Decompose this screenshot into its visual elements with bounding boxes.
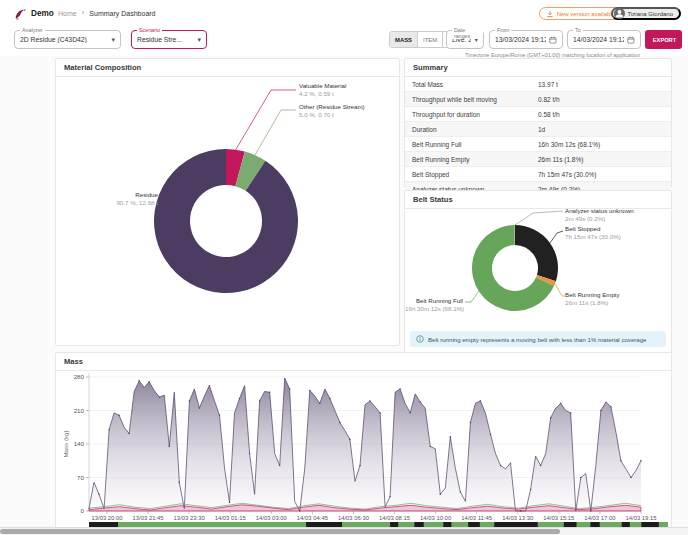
mass-chart: 07014021028013/03 20:0013/03 21:4513/03 … — [56, 369, 671, 533]
belt-info-text: Belt running empty represents a moving b… — [428, 336, 646, 343]
svg-text:14/03 17:00: 14/03 17:00 — [584, 515, 616, 521]
summary-row: Belt Stopped7h 15m 47s (30.0%) — [405, 167, 671, 182]
scenario-value: Residue Stre... — [137, 36, 182, 43]
analyzer-label: Analyzer — [20, 27, 45, 33]
breadcrumb-separator-icon: › — [82, 10, 85, 16]
summary-row: Total Mass13.97 t — [405, 77, 671, 92]
summary-row: Throughput for duration0.58 t/h — [405, 107, 671, 122]
to-date-field[interactable]: To 14/03/2024 19:12 — [567, 30, 641, 49]
belt-status-chart: Belt Stopped7h 15m 47s (30.0%)Belt Runni… — [405, 209, 671, 333]
avatar — [614, 8, 625, 19]
export-label: EXPORT — [653, 37, 676, 43]
svg-text:14/03 04:45: 14/03 04:45 — [297, 515, 329, 521]
scrollbar-thumb[interactable] — [0, 529, 560, 534]
summary-row-value: 26m 11s (1.8%) — [538, 156, 583, 163]
summary-row: Throughput while belt moving0.82 t/h — [405, 92, 671, 107]
analyzer-select[interactable]: Analyzer 2D Residue (C43D42) ▾ — [14, 30, 121, 49]
new-version-button[interactable]: New version available — [539, 7, 622, 20]
summary-row-label: Belt Running Empty — [412, 156, 538, 163]
summary-table: Total Mass13.97 tThroughput while belt m… — [405, 77, 671, 197]
summary-row-value: 0.58 t/h — [538, 111, 560, 118]
calendar-icon[interactable] — [624, 36, 635, 44]
svg-text:0: 0 — [81, 507, 85, 514]
date-range-select[interactable]: Date ranges Live: 24h ▾ — [446, 30, 484, 49]
app-title: Demo — [31, 9, 54, 18]
summary-row-value: 1d — [538, 126, 545, 133]
breadcrumb-home-link[interactable]: Home — [58, 10, 77, 17]
info-icon — [416, 335, 424, 343]
svg-text:14/03 06:30: 14/03 06:30 — [338, 515, 370, 521]
summary-row-label: Belt Stopped — [412, 171, 538, 178]
material-composition-card: Material Composition Valuable Material4.… — [55, 58, 400, 346]
horizontal-scrollbar[interactable] — [0, 527, 688, 535]
mass-card: Mass 07014021028013/03 20:0013/03 21:451… — [55, 352, 672, 533]
summary-row: Duration1d — [405, 122, 671, 137]
download-icon — [546, 10, 554, 18]
slice-label-residue: Residue90.7 %, 12.68 t — [66, 191, 158, 206]
svg-text:14/03 10:00: 14/03 10:00 — [420, 515, 452, 521]
summary-row-value: 0.82 t/h — [538, 96, 560, 103]
svg-text:70: 70 — [77, 474, 84, 481]
svg-text:14/03 03:00: 14/03 03:00 — [256, 515, 288, 521]
svg-text:14/03 13:30: 14/03 13:30 — [502, 515, 534, 521]
svg-text:14/03 11:45: 14/03 11:45 — [461, 515, 492, 521]
slice-label-belt-running-empty: Belt Running Empty26m 11s (1.8%) — [565, 291, 620, 306]
svg-text:14/03 19:15: 14/03 19:15 — [625, 515, 657, 521]
summary-row-label: Throughput for duration — [412, 111, 538, 118]
svg-text:13/03 20:00: 13/03 20:00 — [91, 515, 123, 521]
svg-text:14/03 01:15: 14/03 01:15 — [215, 515, 247, 521]
calendar-icon[interactable] — [546, 36, 557, 44]
from-value: 13/03/2024 19:12 — [495, 36, 546, 43]
breadcrumb: Home › Summary Dashboard — [58, 10, 156, 17]
card-title: Summary — [405, 59, 671, 77]
summary-row-value: 13.97 t — [538, 81, 558, 88]
toggle-mass[interactable]: MASS — [390, 32, 418, 47]
scenario-label: Scenario — [137, 27, 162, 33]
summary-row-value: 7h 15m 47s (30.0%) — [538, 171, 597, 178]
from-label: From — [495, 27, 511, 33]
summary-row: Belt Running Full16h 30m 12s (68.1%) — [405, 137, 671, 152]
material-composition-chart: Valuable Material4.2 %, 0.59 tOther (Res… — [56, 79, 399, 343]
summary-row-label: Total Mass — [412, 81, 538, 88]
user-name: Tiziana Giordano — [628, 11, 673, 17]
from-date-field[interactable]: From 13/03/2024 19:12 — [489, 30, 563, 49]
to-value: 14/03/2024 19:12 — [573, 36, 624, 43]
svg-text:210: 210 — [74, 407, 85, 414]
chevron-down-icon: ▾ — [108, 36, 115, 44]
card-title: Material Composition — [56, 59, 399, 77]
scenario-select[interactable]: Scenario Residue Stre... ▾ — [131, 30, 207, 49]
chevron-down-icon: ▾ — [194, 36, 201, 44]
slice-label-belt-running-full: Belt Running Full16h 30m 12s (68.1%) — [405, 297, 463, 312]
donut-svg — [56, 79, 399, 341]
slice-label-belt-stopped: Belt Stopped7h 15m 47s (30.0%) — [565, 225, 621, 240]
svg-text:13/03 23:30: 13/03 23:30 — [174, 515, 206, 521]
summary-row-label: Throughput while belt moving — [412, 96, 538, 103]
export-button[interactable]: EXPORT — [645, 30, 682, 49]
svg-text:280: 280 — [74, 373, 85, 380]
date-range-label: Date ranges — [452, 27, 483, 39]
svg-text:14/03 08:15: 14/03 08:15 — [379, 515, 411, 521]
slice-label-analyzer-status-unknown: Analyzer status unknown2m 49s (0.2%) — [565, 207, 634, 222]
filter-toolbar: Analyzer 2D Residue (C43D42) ▾ Scenario … — [0, 28, 688, 56]
toggle-item[interactable]: ITEM — [418, 32, 443, 47]
app-root: Demo Home › Summary Dashboard New versio… — [0, 0, 688, 535]
svg-text:140: 140 — [74, 440, 85, 447]
svg-text:13/03 21:45: 13/03 21:45 — [133, 515, 165, 521]
user-menu-button[interactable]: Tiziana Giordano — [611, 7, 681, 20]
svg-text:14/03 15:15: 14/03 15:15 — [543, 515, 575, 521]
top-bar: Demo Home › Summary Dashboard New versio… — [0, 0, 688, 29]
breadcrumb-current: Summary Dashboard — [89, 10, 155, 17]
summary-card: Summary Total Mass13.97 tThroughput whil… — [404, 58, 672, 188]
analyzer-value: 2D Residue (C43D42) — [20, 36, 87, 43]
belt-status-card: Belt Status Belt Stopped7h 15m 47s (30.0… — [404, 190, 672, 354]
summary-row-label: Belt Running Full — [412, 141, 538, 148]
mass-chart-svg: 07014021028013/03 20:0013/03 21:4513/03 … — [56, 369, 671, 533]
summary-row: Belt Running Empty26m 11s (1.8%) — [405, 152, 671, 167]
summary-row-value: 16h 30m 12s (68.1%) — [538, 141, 600, 148]
slice-label-valuable-material: Valuable Material4.2 %, 0.59 t — [299, 82, 346, 97]
slice-label-other-residue-stream-: Other (Residue Stream)5.0 %, 0.70 t — [299, 103, 365, 118]
belt-info-banner: Belt running empty represents a moving b… — [410, 331, 666, 347]
donut-svg — [405, 209, 671, 333]
to-label: To — [573, 27, 583, 33]
new-version-label: New version available — [557, 11, 615, 17]
